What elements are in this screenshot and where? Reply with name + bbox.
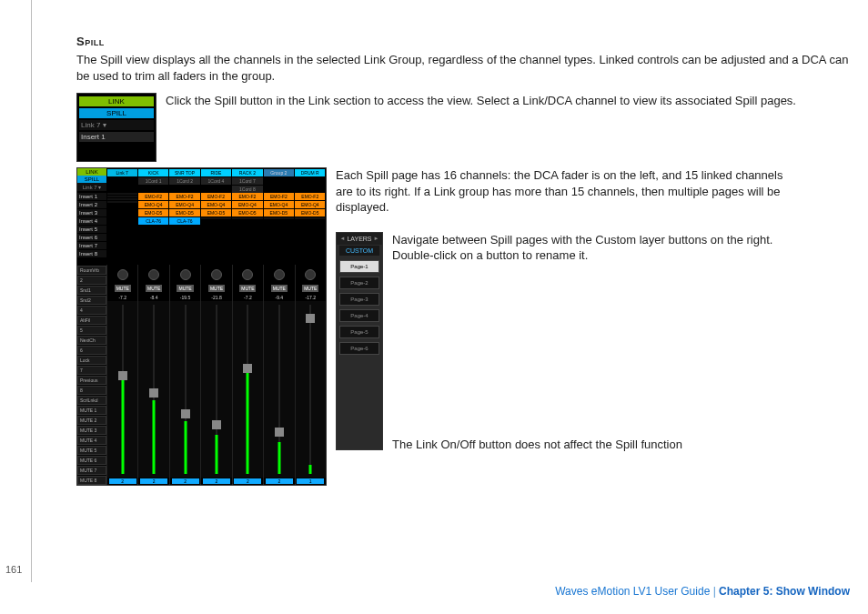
insert-plugin[interactable]: EMO-Q4 xyxy=(201,201,231,208)
insert-plugin[interactable]: EMO-Q4 xyxy=(138,201,168,208)
mute-button[interactable]: MUTE xyxy=(239,285,256,292)
channel-header[interactable]: DRUM R xyxy=(295,169,325,176)
insert-plugin[interactable] xyxy=(264,217,294,219)
custom-layer-button[interactable]: CUSTOM xyxy=(339,246,379,256)
spill-button[interactable]: SPILL xyxy=(79,108,154,118)
pan-knob[interactable] xyxy=(242,269,253,280)
channel-header[interactable]: Group 2 xyxy=(264,169,294,176)
mute-button[interactable]: MUTE xyxy=(146,285,162,292)
layer-page-button[interactable]: Page-4 xyxy=(339,309,379,322)
channel-footer[interactable]: 2 xyxy=(234,478,261,484)
insert-plugin[interactable]: EMO-D5 xyxy=(201,209,231,216)
insert-slot[interactable]: Insert 1 xyxy=(79,132,154,142)
layer-page-button[interactable]: Page-5 xyxy=(339,326,379,338)
insert-plugin[interactable]: EMO-F2 xyxy=(295,193,325,200)
mix-side-label[interactable]: Snd1 xyxy=(77,286,106,295)
mix-side-label[interactable]: RoomVrb xyxy=(77,266,106,275)
mute-button[interactable]: MUTE xyxy=(115,285,131,292)
channel-header[interactable]: SNR TOP xyxy=(169,169,199,176)
channel-header[interactable]: Link 7 xyxy=(107,169,137,176)
mix-side-label[interactable]: Previous xyxy=(77,376,106,385)
mix-side-label[interactable]: NextCh xyxy=(77,336,106,345)
channel-footer[interactable]: 2 xyxy=(172,478,199,484)
pan-knob[interactable] xyxy=(117,269,128,280)
insert-plugin[interactable]: EMO-D5 xyxy=(295,209,325,216)
spill-button[interactable]: SPILL xyxy=(77,176,106,183)
mute-button[interactable]: MUTE xyxy=(271,285,288,292)
pan-knob[interactable] xyxy=(148,269,159,280)
channel-header[interactable]: RIDE xyxy=(201,169,231,176)
mix-side-label[interactable]: MUTE 1 xyxy=(77,406,106,415)
channel-footer[interactable]: 2 xyxy=(109,478,136,484)
mix-side-label[interactable]: MUTE 6 xyxy=(77,456,106,465)
insert-plugin[interactable]: EMO-D5 xyxy=(232,209,262,216)
layer-page-button[interactable]: Page-2 xyxy=(339,277,379,289)
fader[interactable] xyxy=(138,301,168,478)
mix-side-label[interactable]: MUTE 2 xyxy=(77,416,106,425)
insert-plugin[interactable]: EMO-F2 xyxy=(232,193,262,200)
mix-side-label[interactable]: 6 xyxy=(77,346,106,355)
mix-side-label[interactable]: ScrlLnkd xyxy=(77,396,106,405)
mix-side-label[interactable]: MUTE 8 xyxy=(77,476,106,485)
mix-side-label[interactable]: MUTE 5 xyxy=(77,446,106,455)
insert-plugin[interactable]: CLA-76 xyxy=(138,217,168,225)
layer-page-button[interactable]: Page-3 xyxy=(339,293,379,306)
insert-plugin[interactable]: EMO-F2 xyxy=(201,193,231,200)
layer-page-button[interactable]: Page-1 xyxy=(339,260,379,273)
fader[interactable] xyxy=(107,301,137,478)
insert-plugin[interactable]: EMO-F2 xyxy=(138,193,168,200)
link-label[interactable]: Link 7 ▾ xyxy=(77,183,106,191)
insert-plugin[interactable]: EMO-Q4 xyxy=(169,201,199,208)
link-selector[interactable]: Link 7 ▾ xyxy=(79,120,154,130)
layer-page-button[interactable]: Page-6 xyxy=(339,342,379,355)
insert-plugin[interactable]: EMO-D5 xyxy=(169,209,199,216)
insert-plugin[interactable] xyxy=(107,193,137,195)
insert-plugin[interactable] xyxy=(295,217,325,219)
mix-side-label[interactable]: 8 xyxy=(77,386,106,395)
pan-knob[interactable] xyxy=(274,269,285,280)
insert-plugin[interactable]: EMO-F2 xyxy=(264,193,294,200)
mix-side-label[interactable]: 7 xyxy=(77,366,106,375)
insert-plugin[interactable]: EMO-D5 xyxy=(138,209,168,216)
mix-side-label[interactable]: AltFil xyxy=(77,316,106,325)
pan-knob[interactable] xyxy=(211,269,222,280)
chevron-right-icon[interactable]: ► xyxy=(374,236,379,241)
mix-side-label[interactable]: Snd2 xyxy=(77,296,106,305)
insert-plugin[interactable]: CLA-76 xyxy=(169,217,199,225)
mix-side-label[interactable]: MUTE 3 xyxy=(77,426,106,435)
fader[interactable] xyxy=(296,301,326,478)
insert-plugin[interactable] xyxy=(201,217,231,219)
channel-footer[interactable]: 2 xyxy=(266,478,293,484)
insert-plugin[interactable] xyxy=(107,198,137,200)
mix-side-label[interactable]: 2 xyxy=(77,276,106,285)
channel-footer[interactable]: 2 xyxy=(203,478,230,484)
insert-plugin[interactable]: EMO-Q4 xyxy=(232,201,262,208)
link-button[interactable]: LINK xyxy=(79,96,154,106)
insert-plugin[interactable]: EMO-F2 xyxy=(169,193,199,200)
mix-side-label[interactable]: 4 xyxy=(77,306,106,315)
pan-knob[interactable] xyxy=(180,269,191,280)
channel-footer[interactable]: 1 xyxy=(297,478,324,484)
insert-plugin[interactable]: EMO-D5 xyxy=(264,209,294,216)
mix-side-label[interactable]: 5 xyxy=(77,326,106,335)
chevron-left-icon[interactable]: ◄ xyxy=(339,236,345,241)
insert-plugin[interactable]: EMO-Q4 xyxy=(264,201,294,208)
channel-footer[interactable]: 2 xyxy=(140,478,167,484)
mix-side-label[interactable]: MUTE 4 xyxy=(77,436,106,445)
mute-button[interactable]: MUTE xyxy=(208,285,225,292)
insert-plugin[interactable] xyxy=(107,196,137,197)
link-label[interactable]: LINK xyxy=(77,168,106,176)
fader[interactable] xyxy=(170,301,200,478)
insert-plugin[interactable] xyxy=(232,217,262,219)
mix-side-label[interactable]: MUTE 7 xyxy=(77,466,106,475)
insert-plugin[interactable]: EMO-Q4 xyxy=(295,201,325,208)
insert-plugin[interactable] xyxy=(107,201,137,203)
fader[interactable] xyxy=(264,301,294,478)
channel-header[interactable]: KICK xyxy=(138,169,168,176)
mix-side-label[interactable]: Lock xyxy=(77,356,106,365)
mute-button[interactable]: MUTE xyxy=(177,285,193,292)
fader[interactable] xyxy=(201,301,231,478)
channel-header[interactable]: RACK 2 xyxy=(232,169,262,176)
pan-knob[interactable] xyxy=(305,269,316,280)
mute-button[interactable]: MUTE xyxy=(302,285,318,292)
